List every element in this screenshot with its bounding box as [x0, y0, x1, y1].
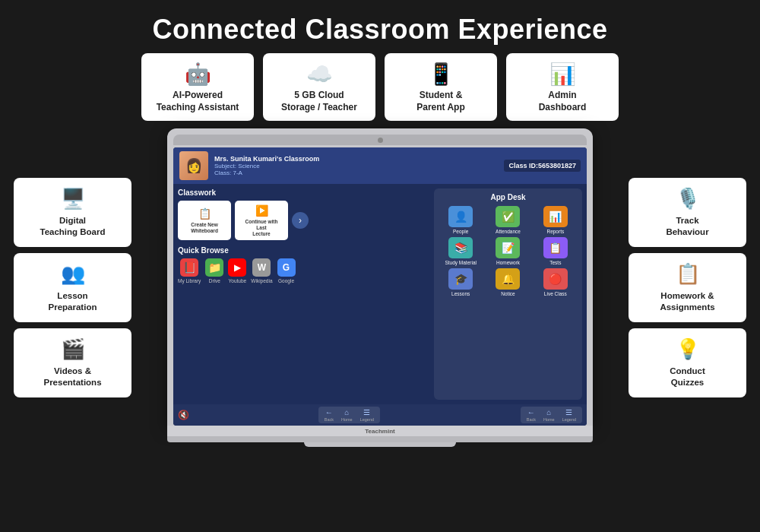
ai-icon: 🤖: [185, 64, 211, 85]
teacher-class: Class: 7-A: [214, 169, 498, 176]
nav-back-label: Back: [325, 417, 334, 422]
track-icon: 🎙️: [676, 187, 700, 211]
teacher-name: Mrs. Sunita Kumari's Classroom: [214, 155, 498, 163]
live-class-icon: 🔴: [543, 268, 568, 290]
nav-back-r[interactable]: ← Back: [527, 408, 536, 422]
laptop-stand: [304, 442, 456, 447]
volume-icon: 🔇: [178, 410, 318, 420]
camera-bar: [173, 135, 587, 145]
app-tests[interactable]: 📋 Tests: [534, 237, 578, 265]
qb-drive[interactable]: 📁 Drive: [205, 258, 223, 283]
nav-bar-right: ← Back ⌂ Home ☰ Legend: [521, 407, 582, 423]
left-card-board-label: Digital Teaching Board: [40, 215, 105, 238]
nav-home-label: Home: [341, 417, 353, 422]
app-homework[interactable]: 📝 Homework: [486, 237, 530, 265]
lecture-icon: ▶️: [255, 204, 268, 217]
lesson-icon: 👥: [61, 262, 85, 286]
qb-my-library[interactable]: 📕 My Library: [178, 258, 201, 283]
main-content: 🖥️ Digital Teaching Board 👥 Lesson Prepa…: [0, 128, 760, 447]
right-card-quizzes-label: Conduct Quizzes: [670, 366, 705, 388]
laptop-base: [167, 436, 593, 442]
attendance-icon: ✅: [496, 206, 520, 227]
app-people[interactable]: 👤 People: [439, 206, 483, 234]
brand-text: Teachmint: [365, 428, 394, 435]
view-all-button[interactable]: ›: [292, 212, 309, 229]
nav-legend-label: Legend: [360, 417, 374, 422]
right-card-quizzes[interactable]: 💡 Conduct Quizzes: [629, 328, 746, 397]
app-attendance[interactable]: ✅ Attendance: [486, 206, 530, 234]
classwork-title: Classwork: [178, 188, 429, 197]
homework-app-icon: 📝: [496, 237, 520, 258]
drive-icon: 📁: [205, 258, 223, 277]
laptop-mock: 👩 Mrs. Sunita Kumari's Classroom Subject…: [141, 128, 619, 447]
dashboard-icon: 📊: [549, 64, 576, 85]
screen-bottom-nav: 🔇 ← Back ⌂ Home ☰ Legend: [173, 404, 587, 426]
nav-home-r-label: Home: [543, 417, 555, 422]
whiteboard-icon: 📋: [198, 207, 211, 220]
feature-student-label: Student & Parent App: [416, 90, 465, 113]
nav-back[interactable]: ← Back: [325, 408, 334, 422]
notice-icon: 🔔: [496, 268, 520, 290]
board-icon: 🖥️: [61, 187, 85, 211]
laptop-screen: 👩 Mrs. Sunita Kumari's Classroom Subject…: [173, 147, 587, 426]
nav-home-r[interactable]: ⌂ Home: [543, 408, 555, 422]
reports-icon: 📊: [543, 206, 568, 227]
left-card-lesson-prep[interactable]: 👥 Lesson Preparation: [14, 253, 131, 322]
app-homework-label: Homework: [496, 260, 520, 265]
study-icon: 📚: [448, 237, 473, 258]
phone-icon: 📱: [428, 64, 454, 85]
qb-youtube-label: Youtube: [229, 278, 247, 283]
youtube-icon: ▶: [228, 258, 246, 277]
tests-icon: 📋: [543, 237, 568, 258]
app-desk-panel: App Desk 👤 People ✅ Attendance: [434, 188, 582, 400]
legend-icon: ☰: [363, 408, 370, 416]
screen-topbar: 👩 Mrs. Sunita Kumari's Classroom Subject…: [173, 147, 587, 184]
people-icon: 👤: [448, 206, 473, 227]
app-reports[interactable]: 📊 Reports: [534, 206, 578, 234]
feature-cloud-storage[interactable]: ☁️ 5 GB Cloud Storage / Teacher: [263, 53, 375, 121]
app-tests-label: Tests: [549, 260, 561, 265]
nav-back-r-label: Back: [527, 417, 536, 422]
left-card-videos[interactable]: 🎬 Videos & Presentations: [14, 328, 131, 397]
right-panel: 🎙️ Track Behaviour 📋 Homework & Assignme…: [629, 178, 746, 397]
class-id: Class ID:5653801827: [504, 160, 581, 172]
quick-browse-row: 📕 My Library 📁 Drive ▶ Youtube: [178, 258, 429, 283]
cw-last-lecture[interactable]: ▶️ Continue with Last Lecture: [235, 201, 288, 240]
homework-icon: 📋: [676, 262, 700, 286]
page-title: Connected Classroom Experience: [152, 0, 607, 53]
nav-legend[interactable]: ☰ Legend: [360, 408, 374, 422]
laptop-body: 👩 Mrs. Sunita Kumari's Classroom Subject…: [167, 128, 593, 426]
nav-home[interactable]: ⌂ Home: [341, 408, 353, 422]
google-icon: G: [277, 258, 296, 277]
app-lessons[interactable]: 🎓 Lessons: [439, 268, 483, 296]
teacher-info: Mrs. Sunita Kumari's Classroom Subject: …: [214, 155, 498, 176]
right-card-track[interactable]: 🎙️ Track Behaviour: [629, 178, 746, 247]
feature-admin-dashboard[interactable]: 📊 Admin Dashboard: [506, 53, 619, 121]
back-icon: ←: [325, 408, 333, 416]
top-features-row: 🤖 AI-Powered Teaching Assistant ☁️ 5 GB …: [141, 53, 619, 121]
qb-wikipedia[interactable]: W Wikipedia: [251, 258, 272, 283]
legend-r-icon: ☰: [565, 408, 572, 416]
app-live-class[interactable]: 🔴 Live Class: [534, 268, 578, 296]
app-notice[interactable]: 🔔 Notice: [486, 268, 530, 296]
feature-student-app[interactable]: 📱 Student & Parent App: [385, 53, 497, 121]
app-study-material[interactable]: 📚 Study Material: [439, 237, 483, 265]
app-lessons-label: Lessons: [451, 291, 470, 296]
feature-admin-label: Admin Dashboard: [539, 90, 587, 113]
lessons-icon: 🎓: [448, 268, 473, 290]
qb-youtube[interactable]: ▶ Youtube: [228, 258, 246, 283]
home-r-icon: ⌂: [546, 408, 551, 416]
nav-bar-left: ← Back ⌂ Home ☰ Legend: [318, 407, 380, 423]
qb-google[interactable]: G Google: [277, 258, 296, 283]
right-card-homework[interactable]: 📋 Homework & Assignments: [629, 253, 746, 322]
app-study-label: Study Material: [445, 260, 477, 265]
quick-browse-title: Quick Browse: [178, 246, 429, 255]
screen-left-panel: Classwork 📋 Create New Whiteboard ▶️ Con…: [178, 188, 434, 400]
left-card-digital-board[interactable]: 🖥️ Digital Teaching Board: [14, 178, 131, 247]
nav-legend-r[interactable]: ☰ Legend: [562, 408, 576, 422]
wikipedia-icon: W: [252, 258, 271, 277]
app-reports-label: Reports: [546, 229, 564, 234]
cw-new-whiteboard[interactable]: 📋 Create New Whiteboard: [178, 201, 231, 240]
feature-ai-assistant[interactable]: 🤖 AI-Powered Teaching Assistant: [141, 53, 254, 121]
qb-google-label: Google: [278, 278, 294, 283]
